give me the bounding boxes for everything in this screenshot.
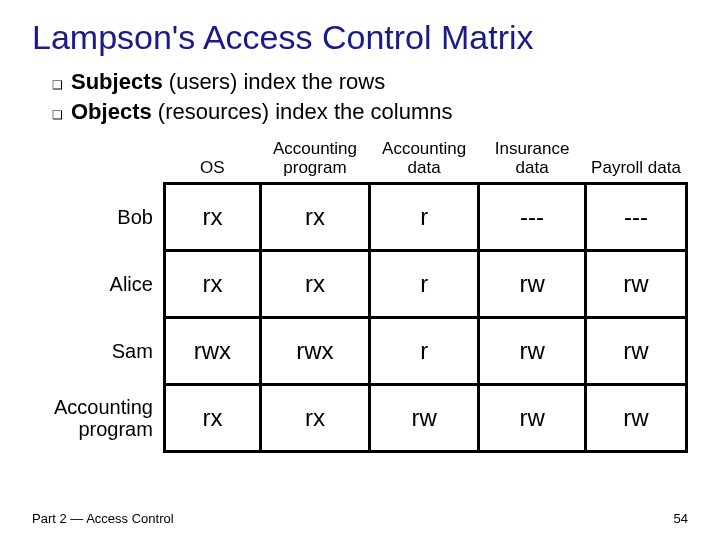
matrix-cell: rx: [260, 183, 369, 250]
col-header: Accounting program: [260, 140, 369, 183]
matrix-cell: rw: [479, 317, 586, 384]
matrix-cell: rw: [479, 384, 586, 451]
table-header-row: OS Accounting program Accounting data In…: [42, 140, 687, 183]
access-control-matrix: OS Accounting program Accounting data In…: [42, 140, 688, 452]
matrix-cell: rx: [164, 384, 260, 451]
bullet-text: Subjects (users) index the rows: [71, 67, 385, 97]
row-label: Bob: [42, 183, 164, 250]
table-row: Accounting program rx rx rw rw rw: [42, 384, 687, 451]
square-bullet-icon: ❑: [52, 74, 63, 96]
matrix-cell: rx: [164, 183, 260, 250]
square-bullet-icon: ❑: [52, 104, 63, 126]
page-title: Lampson's Access Control Matrix: [32, 18, 688, 57]
matrix-cell: rx: [260, 250, 369, 317]
table-row: Bob rx rx r --- ---: [42, 183, 687, 250]
matrix-cell: r: [370, 183, 479, 250]
table-row: Alice rx rx r rw rw: [42, 250, 687, 317]
table-row: Sam rwx rwx r rw rw: [42, 317, 687, 384]
bullet-item: ❑ Subjects (users) index the rows: [52, 67, 688, 97]
footer: Part 2 — Access Control 54: [32, 511, 688, 526]
bullet-list: ❑ Subjects (users) index the rows ❑ Obje…: [52, 67, 688, 126]
matrix-cell: ---: [479, 183, 586, 250]
matrix-cell: rwx: [164, 317, 260, 384]
matrix-cell: rw: [585, 384, 686, 451]
matrix-cell: rw: [585, 317, 686, 384]
col-header: Payroll data: [585, 140, 686, 183]
page-number: 54: [674, 511, 688, 526]
bullet-text: Objects (resources) index the columns: [71, 97, 453, 127]
matrix-cell: r: [370, 250, 479, 317]
matrix-cell: rw: [370, 384, 479, 451]
row-label: Alice: [42, 250, 164, 317]
row-label: Sam: [42, 317, 164, 384]
matrix-cell: rw: [479, 250, 586, 317]
col-header: OS: [164, 140, 260, 183]
row-label: Accounting program: [42, 384, 164, 451]
col-header: Insurance data: [479, 140, 586, 183]
matrix-cell: rx: [164, 250, 260, 317]
footer-left: Part 2 — Access Control: [32, 511, 174, 526]
matrix-cell: r: [370, 317, 479, 384]
bullet-item: ❑ Objects (resources) index the columns: [52, 97, 688, 127]
col-header: Accounting data: [370, 140, 479, 183]
matrix-cell: rwx: [260, 317, 369, 384]
matrix-cell: rx: [260, 384, 369, 451]
matrix-cell: rw: [585, 250, 686, 317]
matrix-cell: ---: [585, 183, 686, 250]
